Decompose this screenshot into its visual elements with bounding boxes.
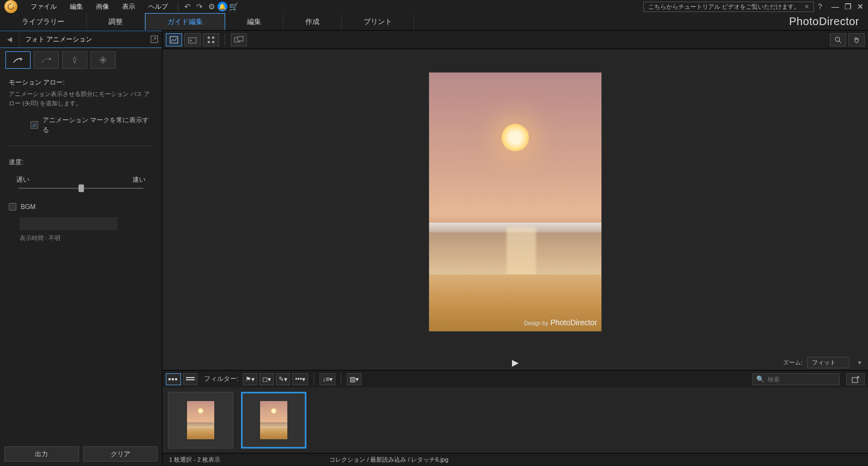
- menu-view[interactable]: 表示: [116, 2, 142, 11]
- tool-motion-arrow[interactable]: [5, 51, 31, 69]
- thumbnail[interactable]: [168, 392, 233, 449]
- undo-icon[interactable]: ↶: [182, 1, 194, 13]
- watermark-prefix: Design by: [524, 320, 548, 326]
- view-compare-icon[interactable]: [184, 33, 201, 46]
- share-button[interactable]: [846, 373, 865, 385]
- minimize-button[interactable]: —: [831, 2, 839, 11]
- stack-button[interactable]: ▧▾: [347, 373, 361, 385]
- tab-print[interactable]: プリント: [342, 13, 414, 30]
- output-button[interactable]: 出力: [4, 446, 79, 462]
- back-icon[interactable]: ◀: [0, 31, 20, 47]
- zoom-dropdown-icon[interactable]: ▾: [858, 359, 861, 366]
- tab-create[interactable]: 作成: [284, 13, 342, 30]
- maximize-button[interactable]: ❐: [845, 2, 852, 11]
- filmstrip: [162, 387, 868, 453]
- main-tabs: ライブラリー 調整 ガイド編集 編集 作成 プリント PhotoDirector: [0, 13, 868, 31]
- motion-arrow-title: モーション アロー:: [9, 77, 153, 87]
- bgm-label: BGM: [21, 202, 35, 212]
- speed-slider-thumb[interactable]: [79, 184, 84, 192]
- watermark: Design byPhotoDirector: [524, 318, 597, 327]
- left-sidebar: ◀ フォト アニメーション モーション アロー: アニメーション表示させる部分に…: [0, 31, 162, 466]
- show-marks-checkbox[interactable]: ✓: [31, 121, 38, 129]
- filter-rating[interactable]: •••▾: [292, 373, 308, 385]
- tutorial-close-icon[interactable]: ✕: [804, 3, 809, 10]
- search-icon: 🔍: [756, 375, 764, 383]
- svg-rect-4: [189, 38, 196, 43]
- zoom-tool-icon[interactable]: [830, 33, 846, 46]
- close-button[interactable]: ✕: [857, 2, 864, 11]
- thumb-size-small[interactable]: [166, 373, 181, 385]
- menubar-divider: [178, 2, 178, 11]
- menubar: ファイル 編集 画像 表示 ヘルプ ↶ ↷ ⚙ 🔔 🛒 こちらからチュートリアル…: [0, 0, 868, 13]
- settings-icon[interactable]: ⚙: [206, 1, 218, 13]
- tab-library[interactable]: ライブラリー: [0, 13, 87, 30]
- preview-image: Design byPhotoDirector: [429, 73, 601, 331]
- svg-rect-8: [208, 41, 210, 43]
- thumbnail[interactable]: [241, 392, 306, 449]
- zoom-select[interactable]: フィット: [807, 357, 849, 368]
- svg-rect-15: [175, 378, 177, 380]
- bgm-checkbox[interactable]: [9, 203, 16, 211]
- clear-button[interactable]: クリア: [83, 446, 158, 462]
- tab-adjustment[interactable]: 調整: [87, 13, 145, 30]
- tutorial-banner[interactable]: こちらからチュートリアル ビデオをご覧いただけます。 ✕: [643, 2, 814, 12]
- status-path: コレクション / 最新読み込み / レタッチ6.jpg: [329, 456, 448, 464]
- filter-label: フィルター:: [204, 374, 238, 384]
- svg-rect-11: [238, 37, 243, 41]
- bgm-duration-label: 表示時間 : 不明: [20, 234, 153, 243]
- tool-anchor[interactable]: [34, 51, 59, 69]
- view-toolbar: [162, 31, 868, 49]
- notifications-icon[interactable]: 🔔: [218, 2, 227, 11]
- svg-rect-6: [208, 37, 210, 39]
- canvas[interactable]: Design byPhotoDirector: [162, 49, 868, 355]
- search-box[interactable]: 🔍 ✕: [752, 373, 840, 385]
- tutorial-banner-text: こちらからチュートリアル ビデオをご覧いただけます。: [648, 3, 800, 11]
- bgm-file-input[interactable]: [20, 217, 118, 230]
- separator: [9, 146, 153, 146]
- filmstrip-toolbar: フィルター: ⚑▾ ◻▾ ✎▾ •••▾ ↓≡▾ ▧▾ 🔍 ✕: [162, 370, 868, 387]
- cart-icon[interactable]: 🛒: [227, 1, 239, 13]
- svg-point-2: [49, 58, 51, 60]
- tab-guided-edit[interactable]: ガイド編集: [145, 13, 225, 30]
- sidebar-header: ◀ フォト アニメーション: [0, 31, 162, 48]
- tool-freeze[interactable]: [91, 51, 116, 69]
- status-selection: 1 枚選択 - 2 枚表示: [169, 456, 220, 464]
- watermark-brand: PhotoDirector: [550, 318, 597, 327]
- svg-point-5: [190, 39, 192, 41]
- thumb-size-list[interactable]: [183, 373, 197, 385]
- menu-file[interactable]: ファイル: [24, 2, 63, 11]
- secondary-display-icon[interactable]: [231, 33, 247, 46]
- app-logo: [4, 0, 17, 13]
- search-input[interactable]: [768, 376, 843, 383]
- speed-slow-label: 遅い: [16, 175, 29, 184]
- help-icon[interactable]: ?: [814, 1, 826, 13]
- menu-edit[interactable]: 編集: [63, 2, 89, 11]
- motion-arrow-description: アニメーション表示させる部分にモーション パス アロー (矢印) を追加します。: [9, 89, 153, 107]
- menu-image[interactable]: 画像: [89, 2, 116, 11]
- svg-rect-3: [170, 37, 178, 43]
- pan-tool-icon[interactable]: [848, 33, 865, 46]
- view-single-icon[interactable]: [166, 33, 182, 46]
- redo-icon[interactable]: ↷: [194, 1, 206, 13]
- tool-pin[interactable]: [62, 51, 87, 69]
- app-title: PhotoDirector: [780, 13, 868, 30]
- play-button[interactable]: ▶: [512, 357, 519, 368]
- playback-controls: ▶ ズーム: フィット ▾: [162, 355, 868, 370]
- speed-fast-label: 速い: [132, 175, 146, 184]
- filter-flag[interactable]: ⚑▾: [243, 373, 257, 385]
- svg-point-12: [835, 37, 840, 41]
- sort-button[interactable]: ↓≡▾: [320, 373, 335, 385]
- speed-slider[interactable]: [19, 188, 143, 189]
- tab-edit[interactable]: 編集: [225, 13, 284, 30]
- svg-rect-9: [212, 41, 214, 43]
- zoom-value: フィット: [812, 359, 836, 366]
- filter-label-color[interactable]: ◻▾: [260, 373, 274, 385]
- expand-icon[interactable]: [147, 35, 162, 43]
- menu-help[interactable]: ヘルプ: [142, 2, 174, 11]
- show-marks-label: アニメーション マークを常に表示する: [43, 115, 153, 135]
- view-grid-icon[interactable]: [203, 33, 219, 46]
- filter-edit[interactable]: ✎▾: [276, 373, 290, 385]
- status-bar: 1 枚選択 - 2 枚表示 コレクション / 最新読み込み / レタッチ6.jp…: [162, 453, 868, 466]
- tool-tabs: [0, 48, 162, 72]
- speed-label: 速度:: [9, 157, 153, 167]
